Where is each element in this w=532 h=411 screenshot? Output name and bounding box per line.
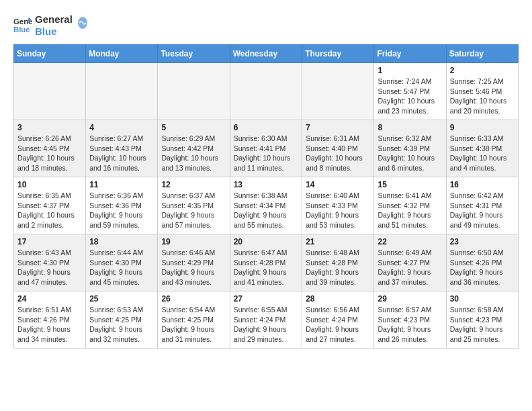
day-number: 13 <box>234 180 299 189</box>
calendar-cell: 7Sunrise: 6:31 AM Sunset: 4:40 PM Daylig… <box>302 120 374 177</box>
day-info: Sunrise: 6:50 AM Sunset: 4:26 PM Dayligh… <box>450 248 515 287</box>
day-info: Sunrise: 6:48 AM Sunset: 4:28 PM Dayligh… <box>306 248 370 287</box>
calendar-week-row: 3Sunrise: 6:26 AM Sunset: 4:45 PM Daylig… <box>14 120 519 177</box>
calendar-header-wednesday: Wednesday <box>230 45 302 63</box>
day-number: 17 <box>17 237 82 246</box>
day-info: Sunrise: 7:24 AM Sunset: 5:47 PM Dayligh… <box>378 77 442 116</box>
day-number: 11 <box>89 180 154 189</box>
day-number: 20 <box>234 237 299 246</box>
day-number: 2 <box>450 66 515 75</box>
day-info: Sunrise: 6:44 AM Sunset: 4:30 PM Dayligh… <box>89 248 154 287</box>
calendar-cell: 5Sunrise: 6:29 AM Sunset: 4:42 PM Daylig… <box>158 120 230 177</box>
logo: General Blue GeneralBlue <box>13 13 89 38</box>
logo-wave-icon <box>77 15 89 30</box>
day-info: Sunrise: 6:55 AM Sunset: 4:24 PM Dayligh… <box>234 305 299 345</box>
day-info: Sunrise: 6:51 AM Sunset: 4:26 PM Dayligh… <box>17 305 82 345</box>
calendar-header-thursday: Thursday <box>302 45 374 63</box>
day-info: Sunrise: 6:46 AM Sunset: 4:29 PM Dayligh… <box>161 248 226 287</box>
calendar-cell: 15Sunrise: 6:41 AM Sunset: 4:32 PM Dayli… <box>374 177 446 234</box>
day-number: 4 <box>89 123 154 132</box>
day-info: Sunrise: 6:27 AM Sunset: 4:43 PM Dayligh… <box>89 134 154 173</box>
svg-text:Blue: Blue <box>13 26 30 34</box>
day-number: 23 <box>450 237 515 246</box>
day-info: Sunrise: 6:42 AM Sunset: 4:31 PM Dayligh… <box>450 191 515 230</box>
calendar-header-friday: Friday <box>374 45 446 63</box>
calendar-header-monday: Monday <box>86 45 158 63</box>
day-number: 10 <box>17 180 82 189</box>
calendar-cell: 19Sunrise: 6:46 AM Sunset: 4:29 PM Dayli… <box>158 234 230 291</box>
day-info: Sunrise: 6:58 AM Sunset: 4:23 PM Dayligh… <box>450 305 515 345</box>
calendar-cell <box>158 63 230 120</box>
day-number: 25 <box>89 294 154 304</box>
calendar-table: SundayMondayTuesdayWednesdayThursdayFrid… <box>13 44 519 349</box>
day-number: 26 <box>161 294 226 304</box>
calendar-cell: 14Sunrise: 6:40 AM Sunset: 4:33 PM Dayli… <box>302 177 374 234</box>
calendar-cell <box>86 63 158 120</box>
day-info: Sunrise: 6:36 AM Sunset: 4:36 PM Dayligh… <box>89 191 154 230</box>
day-number: 3 <box>17 123 82 132</box>
calendar-cell: 28Sunrise: 6:56 AM Sunset: 4:24 PM Dayli… <box>302 291 374 349</box>
day-number: 19 <box>161 237 226 246</box>
logo-icon: General Blue <box>13 16 32 35</box>
calendar-cell: 8Sunrise: 6:32 AM Sunset: 4:39 PM Daylig… <box>374 120 446 177</box>
calendar-cell: 10Sunrise: 6:35 AM Sunset: 4:37 PM Dayli… <box>14 177 86 234</box>
calendar-cell: 25Sunrise: 6:53 AM Sunset: 4:25 PM Dayli… <box>86 291 158 349</box>
calendar-cell: 29Sunrise: 6:57 AM Sunset: 4:23 PM Dayli… <box>374 291 446 349</box>
day-number: 5 <box>161 123 226 132</box>
calendar-cell: 22Sunrise: 6:49 AM Sunset: 4:27 PM Dayli… <box>374 234 446 291</box>
day-info: Sunrise: 6:29 AM Sunset: 4:42 PM Dayligh… <box>161 134 226 173</box>
calendar-cell: 3Sunrise: 6:26 AM Sunset: 4:45 PM Daylig… <box>14 120 86 177</box>
day-info: Sunrise: 6:54 AM Sunset: 4:25 PM Dayligh… <box>161 305 226 345</box>
day-info: Sunrise: 6:30 AM Sunset: 4:41 PM Dayligh… <box>234 134 299 173</box>
calendar-cell: 1Sunrise: 7:24 AM Sunset: 5:47 PM Daylig… <box>374 63 446 120</box>
day-number: 12 <box>161 180 226 189</box>
calendar-cell: 21Sunrise: 6:48 AM Sunset: 4:28 PM Dayli… <box>302 234 374 291</box>
day-number: 21 <box>306 237 370 246</box>
day-info: Sunrise: 6:56 AM Sunset: 4:24 PM Dayligh… <box>306 305 370 345</box>
day-number: 18 <box>89 237 154 246</box>
calendar-cell: 18Sunrise: 6:44 AM Sunset: 4:30 PM Dayli… <box>86 234 158 291</box>
calendar-cell: 27Sunrise: 6:55 AM Sunset: 4:24 PM Dayli… <box>230 291 302 349</box>
day-info: Sunrise: 6:43 AM Sunset: 4:30 PM Dayligh… <box>17 248 82 287</box>
calendar-cell: 24Sunrise: 6:51 AM Sunset: 4:26 PM Dayli… <box>14 291 86 349</box>
calendar-week-row: 1Sunrise: 7:24 AM Sunset: 5:47 PM Daylig… <box>14 63 519 120</box>
calendar-cell <box>230 63 302 120</box>
day-info: Sunrise: 6:38 AM Sunset: 4:34 PM Dayligh… <box>234 191 299 230</box>
calendar-cell: 23Sunrise: 6:50 AM Sunset: 4:26 PM Dayli… <box>446 234 518 291</box>
calendar-header-tuesday: Tuesday <box>158 45 230 63</box>
day-info: Sunrise: 6:40 AM Sunset: 4:33 PM Dayligh… <box>306 191 370 230</box>
day-info: Sunrise: 6:33 AM Sunset: 4:38 PM Dayligh… <box>450 134 515 173</box>
day-info: Sunrise: 6:53 AM Sunset: 4:25 PM Dayligh… <box>89 305 154 345</box>
day-number: 22 <box>378 237 442 246</box>
day-number: 9 <box>450 123 515 132</box>
calendar-cell: 11Sunrise: 6:36 AM Sunset: 4:36 PM Dayli… <box>86 177 158 234</box>
day-number: 16 <box>450 180 515 189</box>
day-info: Sunrise: 6:35 AM Sunset: 4:37 PM Dayligh… <box>17 191 82 230</box>
day-number: 15 <box>378 180 442 189</box>
calendar-week-row: 24Sunrise: 6:51 AM Sunset: 4:26 PM Dayli… <box>14 291 519 349</box>
calendar-cell: 4Sunrise: 6:27 AM Sunset: 4:43 PM Daylig… <box>86 120 158 177</box>
calendar-cell: 17Sunrise: 6:43 AM Sunset: 4:30 PM Dayli… <box>14 234 86 291</box>
calendar-cell <box>14 63 86 120</box>
day-number: 27 <box>234 294 299 304</box>
day-info: Sunrise: 7:25 AM Sunset: 5:46 PM Dayligh… <box>450 77 515 116</box>
day-info: Sunrise: 6:41 AM Sunset: 4:32 PM Dayligh… <box>378 191 442 230</box>
calendar-cell <box>302 63 374 120</box>
day-number: 7 <box>306 123 370 132</box>
day-number: 29 <box>378 294 442 304</box>
day-number: 1 <box>378 66 442 75</box>
logo-text: GeneralBlue <box>35 13 73 38</box>
calendar-cell: 30Sunrise: 6:58 AM Sunset: 4:23 PM Dayli… <box>446 291 518 349</box>
day-number: 24 <box>17 294 82 304</box>
day-number: 14 <box>306 180 370 189</box>
calendar-header-sunday: Sunday <box>14 45 86 63</box>
day-info: Sunrise: 6:37 AM Sunset: 4:35 PM Dayligh… <box>161 191 226 230</box>
day-info: Sunrise: 6:47 AM Sunset: 4:28 PM Dayligh… <box>234 248 299 287</box>
calendar-cell: 9Sunrise: 6:33 AM Sunset: 4:38 PM Daylig… <box>446 120 518 177</box>
calendar-cell: 13Sunrise: 6:38 AM Sunset: 4:34 PM Dayli… <box>230 177 302 234</box>
calendar-week-row: 10Sunrise: 6:35 AM Sunset: 4:37 PM Dayli… <box>14 177 519 234</box>
calendar-cell: 20Sunrise: 6:47 AM Sunset: 4:28 PM Dayli… <box>230 234 302 291</box>
calendar-header-row: SundayMondayTuesdayWednesdayThursdayFrid… <box>14 45 519 63</box>
calendar-cell: 12Sunrise: 6:37 AM Sunset: 4:35 PM Dayli… <box>158 177 230 234</box>
page-header: General Blue GeneralBlue <box>13 13 519 38</box>
